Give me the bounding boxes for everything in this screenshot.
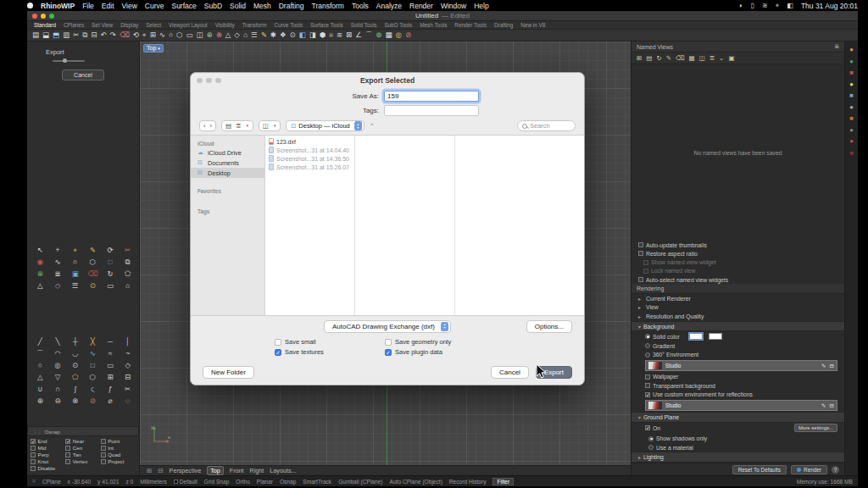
sidebar-location[interactable]: ⊟ Desktop bbox=[191, 168, 264, 178]
background-section-header[interactable]: ▾ Background bbox=[632, 321, 844, 332]
sidebar-location[interactable]: ⊟ Documents bbox=[191, 158, 264, 168]
checkbox[interactable] bbox=[275, 339, 281, 346]
toolbar-icon[interactable]: ⊘ bbox=[405, 31, 411, 39]
checkbox[interactable] bbox=[101, 446, 106, 451]
statusbar-item[interactable]: CPlane bbox=[42, 479, 61, 485]
tool-icon[interactable]: ∫ bbox=[66, 384, 84, 395]
statusbar-item[interactable]: Planar bbox=[257, 479, 273, 485]
toolbar-icon[interactable]: ◫ bbox=[197, 31, 203, 39]
named-views-toolbar-icon[interactable]: ⌄ bbox=[719, 54, 724, 62]
solid-color-option[interactable]: Solid color bbox=[632, 331, 844, 341]
tool-icon[interactable]: ╲ bbox=[49, 336, 67, 347]
osnap-option[interactable]: Mid bbox=[31, 445, 65, 451]
icon-view-button[interactable]: ▤ bbox=[225, 123, 231, 130]
export-option-checkbox[interactable]: Save plugin data bbox=[385, 348, 500, 356]
tool-icon[interactable]: ◡ bbox=[66, 348, 84, 359]
toolbar-icon[interactable]: ◎ bbox=[395, 31, 401, 39]
env-360-option[interactable]: 360° Environment bbox=[632, 351, 844, 360]
tool-icon[interactable]: ✂ bbox=[119, 384, 136, 395]
tool-icon[interactable]: ▭ bbox=[102, 360, 120, 371]
checkbox[interactable] bbox=[65, 452, 70, 458]
checkbox[interactable] bbox=[385, 339, 392, 346]
named-views-toolbar-icon[interactable]: ◫ bbox=[699, 54, 705, 62]
named-views-option[interactable]: Show named view widget bbox=[632, 258, 844, 267]
ground-plane-on-option[interactable]: On More settings... bbox=[632, 423, 844, 435]
tool-icon[interactable]: ⌀ bbox=[102, 396, 120, 407]
delete-icon[interactable]: ⊟ bbox=[830, 363, 834, 369]
statusbar-grid-icon[interactable]: ⌗ bbox=[32, 478, 36, 485]
tool-icon[interactable]: ∿ bbox=[49, 257, 67, 268]
statusbar-item[interactable]: y 41.021 bbox=[97, 479, 119, 485]
tool-icon[interactable]: ⌒ bbox=[31, 348, 49, 359]
named-views-toolbar-icon[interactable]: ⌫ bbox=[676, 54, 685, 62]
menu-item[interactable]: Transform bbox=[312, 2, 344, 10]
panel-tab-icon[interactable]: ● bbox=[849, 137, 854, 145]
osnap-option[interactable]: Perp bbox=[31, 452, 65, 458]
tool-icon[interactable]: ◌ bbox=[119, 396, 136, 407]
tool-icon[interactable]: ⬡ bbox=[84, 257, 102, 268]
expand-dialog-button[interactable]: ⌃ bbox=[370, 123, 375, 130]
rendering-section-row[interactable]: ▸ Resolution and Quality bbox=[632, 312, 844, 321]
checkbox[interactable] bbox=[638, 251, 643, 256]
tool-icon[interactable]: ⊟ bbox=[119, 372, 136, 383]
viewport-tab[interactable]: Layouts... bbox=[270, 467, 296, 474]
checkbox[interactable] bbox=[645, 425, 650, 430]
location-popup[interactable]: ⊡ Desktop — iCloud ▴▾ bbox=[286, 120, 364, 131]
osnap-option[interactable]: Cen bbox=[65, 445, 100, 451]
color-swatch[interactable] bbox=[689, 333, 703, 340]
toolbar-icon[interactable]: ◨ bbox=[309, 31, 316, 39]
checkbox[interactable] bbox=[385, 349, 392, 356]
tool-icon[interactable]: ƒ bbox=[102, 384, 120, 395]
tool-icon[interactable]: ┼ bbox=[66, 336, 84, 347]
tool-icon[interactable]: ↖ bbox=[31, 245, 49, 256]
checkbox[interactable] bbox=[101, 439, 106, 444]
menubar-status-icon[interactable]: ▯ bbox=[751, 2, 754, 9]
ground-plane-section-header[interactable]: ▾ Ground Plane bbox=[632, 412, 844, 423]
toolbar-icon[interactable]: ☰ bbox=[251, 31, 258, 39]
menu-item[interactable]: Edit bbox=[102, 2, 114, 10]
checkbox[interactable] bbox=[31, 466, 36, 471]
layout-split-icon[interactable]: ⊟ bbox=[158, 467, 163, 474]
window-titlebar[interactable]: Untitled — Edited bbox=[27, 11, 858, 21]
statusbar-item[interactable]: Gumball (CPlane) bbox=[338, 479, 382, 485]
tool-icon[interactable]: ◉ bbox=[31, 257, 49, 268]
gradient-option[interactable]: Gradient bbox=[632, 341, 844, 351]
toolbar-icon[interactable]: ⬢ bbox=[320, 31, 326, 39]
toolbar-tab[interactable]: New in V8 bbox=[520, 22, 545, 28]
checkbox[interactable] bbox=[638, 242, 643, 247]
app-menu[interactable]: RhinoWIP bbox=[41, 2, 75, 10]
export-option-checkbox[interactable]: Save small bbox=[275, 338, 375, 346]
osnap-option[interactable]: Tan bbox=[65, 452, 100, 458]
tool-icon[interactable]: ⌂ bbox=[119, 280, 136, 291]
reflection-environment-swatch[interactable]: Studio ✎⊟ bbox=[645, 400, 837, 411]
toolbar-tab[interactable]: Mesh Tools bbox=[420, 22, 447, 28]
named-views-option[interactable]: Lock named view bbox=[632, 267, 844, 275]
edit-icon[interactable]: ✎ bbox=[821, 402, 826, 409]
checkbox[interactable] bbox=[31, 439, 36, 444]
menu-item[interactable]: Curve bbox=[145, 2, 164, 10]
tool-icon[interactable]: △ bbox=[31, 372, 49, 383]
statusbar-item[interactable]: Ortho bbox=[236, 479, 250, 485]
tool-icon[interactable]: ○ bbox=[31, 360, 49, 371]
tool-icon[interactable]: ∿ bbox=[84, 348, 102, 359]
toolbar-icon[interactable]: ⊟ bbox=[91, 31, 97, 39]
menu-item[interactable]: Drafting bbox=[279, 2, 304, 10]
menu-item[interactable]: Mesh bbox=[253, 2, 271, 10]
checkbox[interactable] bbox=[275, 349, 281, 356]
menu-item[interactable]: File bbox=[82, 2, 94, 10]
tool-icon[interactable]: ✂ bbox=[119, 245, 136, 256]
toolbar-tab[interactable]: Render Tools bbox=[454, 22, 487, 28]
checkbox[interactable] bbox=[101, 459, 106, 464]
checkbox[interactable] bbox=[643, 269, 648, 274]
statusbar-item[interactable]: Millimeters bbox=[140, 479, 167, 485]
tool-icon[interactable]: ⊕ bbox=[31, 269, 49, 280]
panel-tab-icon[interactable]: ● bbox=[849, 46, 854, 53]
menubar-status-icon[interactable]: ◗ bbox=[739, 2, 743, 9]
radio[interactable] bbox=[645, 334, 650, 339]
toolbar-icon[interactable]: ⊙ bbox=[290, 31, 296, 39]
osnap-option[interactable]: Near bbox=[65, 438, 100, 444]
toolbar-icon[interactable]: ✱ bbox=[270, 31, 276, 39]
tool-icon[interactable]: ✎ bbox=[84, 245, 102, 256]
tool-icon[interactable]: ╱ bbox=[31, 336, 49, 347]
osnap-header[interactable]: ⋮⋮ Osnap bbox=[27, 426, 139, 436]
